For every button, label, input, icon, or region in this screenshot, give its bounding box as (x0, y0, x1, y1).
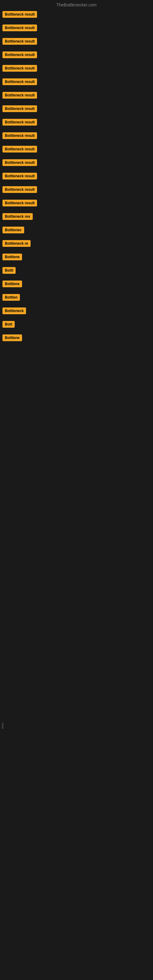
list-item: Bottleneck result (2, 173, 153, 181)
list-item: Bottlene (2, 334, 153, 342)
bottleneck-badge[interactable]: Bottlenec (2, 227, 24, 233)
bottleneck-badge[interactable]: Bottleneck result (2, 78, 37, 85)
list-item: Bottleneck result (2, 65, 153, 73)
list-item: Bottlenec (2, 227, 153, 235)
list-item: Bottleneck res (2, 213, 153, 221)
bottleneck-badge[interactable]: Bottleneck (2, 307, 26, 314)
bottleneck-badge[interactable]: Bottleneck result (2, 92, 37, 99)
bottleneck-badge[interactable]: Bottleneck result (2, 146, 37, 153)
list-item: Bottlene (2, 254, 153, 261)
bottleneck-badge[interactable]: Bottleneck res (2, 213, 33, 220)
bottleneck-badge[interactable]: Bottleneck result (2, 38, 37, 45)
bottleneck-badge[interactable]: Bottlene (2, 280, 22, 287)
bottleneck-badge[interactable]: Bottleneck result (2, 132, 37, 139)
bottleneck-badge[interactable]: Bottl (2, 267, 16, 274)
list-item: Bottleneck result (2, 186, 153, 194)
bottleneck-badge[interactable]: Bott (2, 321, 15, 328)
list-item: Bottleneck result (2, 146, 153, 154)
bottleneck-badge[interactable]: Bottleneck re (2, 240, 30, 247)
list-item: Bottleneck result (2, 11, 153, 19)
list-item: Bottleneck result (2, 132, 153, 140)
list-item: Bottleneck result (2, 38, 153, 46)
site-title: TheBottlenecker.com (56, 2, 97, 7)
list-item: Bottleneck result (2, 92, 153, 100)
list-item: Bottlene (2, 280, 153, 288)
list-item: Bottl (2, 267, 153, 275)
list-item: Bottleneck result (2, 78, 153, 86)
list-item: Bottlen (2, 294, 153, 302)
bottleneck-badge[interactable]: Bottleneck result (2, 186, 37, 193)
list-item: Bottleneck result (2, 159, 153, 167)
bottleneck-badge[interactable]: Bottleneck result (2, 173, 37, 180)
bottleneck-badge[interactable]: Bottleneck result (2, 159, 37, 166)
list-item: Bottleneck result (2, 24, 153, 32)
site-header: TheBottlenecker.com (0, 0, 153, 11)
bottleneck-badge[interactable]: Bottlene (2, 254, 22, 260)
list-item: Bottleneck re (2, 240, 153, 248)
list-item: Bottleneck result (2, 105, 153, 113)
list-item: Bottleneck result (2, 119, 153, 127)
bottleneck-badge[interactable]: Bottleneck result (2, 65, 37, 72)
bottleneck-badge[interactable]: Bottleneck result (2, 24, 37, 31)
list-item: Bott (2, 321, 153, 329)
bottleneck-badge[interactable]: Bottleneck result (2, 11, 37, 18)
bottleneck-badge[interactable]: Bottlen (2, 294, 20, 301)
list-item: Bottleneck result (2, 200, 153, 208)
list-item: Bottleneck (2, 307, 153, 315)
bottom-label: Items (1, 723, 4, 729)
bottleneck-badge[interactable]: Bottleneck result (2, 200, 37, 207)
bottleneck-badge[interactable]: Bottleneck result (2, 105, 37, 112)
bottleneck-badge[interactable]: Bottleneck result (2, 119, 37, 126)
bottleneck-badge[interactable]: Bottleneck result (2, 51, 37, 58)
list-item: Bottleneck result (2, 51, 153, 59)
bottleneck-badge[interactable]: Bottlene (2, 334, 22, 341)
